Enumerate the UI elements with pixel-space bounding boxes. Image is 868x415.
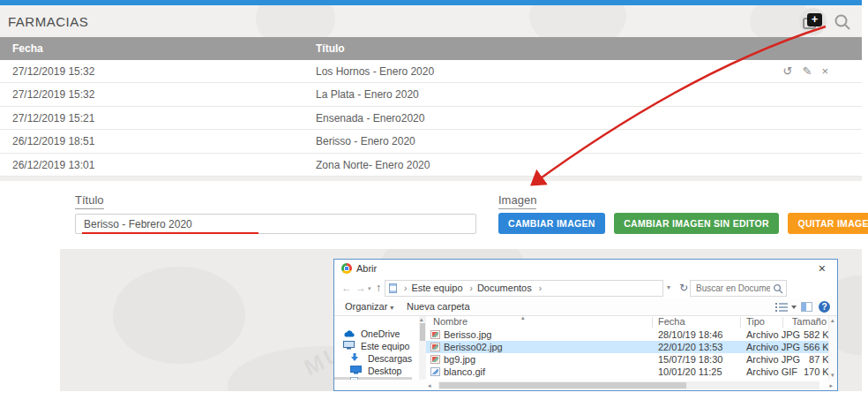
dialog-search-box[interactable] xyxy=(690,280,787,297)
row-titulo: La Plata - Enero 2020 xyxy=(316,83,419,106)
chrome-icon xyxy=(341,263,352,274)
jpg-file-icon xyxy=(430,343,440,351)
sidebar-item-descargas[interactable]: Descargas xyxy=(334,352,412,365)
breadcrumb-folder[interactable]: Documentos xyxy=(477,283,532,293)
dialog-body: OneDrive Este equipo Descargas Desktop D… xyxy=(334,316,837,391)
row-actions: ↺✎× xyxy=(774,60,828,83)
table-header: Fecha Título xyxy=(0,37,862,60)
column-header-titulo: Título xyxy=(316,37,345,60)
file-list-vertical-scrollbar[interactable]: ▴ ▾ xyxy=(828,316,838,380)
horizontal-scrollbar-row: ◂ ▸ xyxy=(334,380,838,391)
new-folder-button[interactable]: Nueva carpeta xyxy=(407,298,470,315)
forward-icon[interactable]: → xyxy=(355,282,366,294)
horizontal-scrollbar[interactable] xyxy=(438,381,819,389)
history-icon[interactable]: ↺ xyxy=(783,64,793,78)
help-icon[interactable]: ? xyxy=(819,301,830,313)
gif-file-icon xyxy=(430,367,440,376)
imagen-field-label: Imagen xyxy=(498,193,536,209)
dialog-title-bar[interactable]: Abrir × xyxy=(334,260,837,278)
titulo-field-label: Título xyxy=(75,193,104,209)
page-title: FARMACIAS xyxy=(8,14,88,29)
edit-form-card: Título Imagen CAMBIAR IMAGEN CAMBIAR IMA… xyxy=(60,181,862,245)
column-header-nombre[interactable]: Nombre xyxy=(433,316,468,327)
dialog-close-icon[interactable]: × xyxy=(819,261,826,275)
file-date: 10/01/20 11:25 xyxy=(658,366,722,378)
back-icon[interactable]: ← xyxy=(341,282,352,294)
file-row-selected[interactable]: Berisso02.jpg 22/01/20 13:53 Archivo JPG… xyxy=(426,341,834,353)
scrollbar-thumb[interactable] xyxy=(420,323,425,341)
file-size: 170 KB xyxy=(782,366,835,378)
file-row[interactable]: bg9.jpg 15/07/19 18:30 Archivo JPG 87 KB xyxy=(426,353,834,366)
scroll-up-icon[interactable]: ▴ xyxy=(420,316,423,323)
column-header-tamano[interactable]: Tamaño xyxy=(786,316,827,327)
sidebar-item-onedrive[interactable]: OneDrive xyxy=(334,328,412,340)
table-row[interactable]: 26/12/2019 18:51 Berisso - Enero 2020 xyxy=(0,130,862,153)
delete-icon[interactable]: × xyxy=(821,64,828,78)
table-row[interactable]: 27/12/2019 15:32 Los Hornos - Enero 2020… xyxy=(0,60,862,83)
dialog-toolbar: Organizar ▾ Nueva carpeta ? xyxy=(334,298,837,316)
view-options-icon[interactable] xyxy=(775,302,797,313)
scroll-up-icon[interactable]: ▴ xyxy=(831,317,834,324)
file-name: Berisso02.jpg xyxy=(444,341,503,353)
cambiar-imagen-sin-editor-button[interactable]: CAMBIAR IMAGEN SIN EDITOR xyxy=(614,213,779,234)
preview-pane-icon[interactable] xyxy=(801,302,812,312)
quitar-imagen-button[interactable]: QUITAR IMAGEN xyxy=(788,213,868,234)
sort-ascending-icon: ▴ xyxy=(521,314,525,321)
scroll-down-icon[interactable]: ▾ xyxy=(831,372,834,379)
search-icon[interactable] xyxy=(834,13,851,31)
chevron-right-icon: › xyxy=(404,283,407,293)
column-header-tipo[interactable]: Tipo xyxy=(746,316,765,327)
breadcrumb[interactable]: ›Este equipo ›Documentos › xyxy=(385,280,663,297)
table-row[interactable]: 27/12/2019 15:32 La Plata - Enero 2020 xyxy=(0,83,862,106)
row-fecha: 26/12/2019 13:01 xyxy=(12,154,94,177)
file-name: blanco.gif xyxy=(444,366,485,378)
edit-icon[interactable]: ✎ xyxy=(803,64,812,78)
row-titulo: Berisso - Enero 2020 xyxy=(316,130,415,153)
table-row[interactable]: 26/12/2019 13:01 Zona Norte- Enero 2020 xyxy=(0,154,862,177)
sidebar-scrollbar[interactable]: ▴ xyxy=(419,316,426,380)
scrollbar-thumb[interactable] xyxy=(439,382,686,389)
organize-button[interactable]: Organizar ▾ xyxy=(345,298,393,316)
file-date: 15/07/19 18:30 xyxy=(658,353,722,366)
history-dropdown-icon[interactable]: ▾ xyxy=(368,285,371,292)
computer-icon xyxy=(343,341,355,350)
onedrive-cloud-icon xyxy=(343,329,355,337)
row-fecha: 27/12/2019 15:32 xyxy=(12,83,94,106)
file-row[interactable]: Berisso.jpg 28/10/19 18:46 Archivo JPG 5… xyxy=(426,328,834,341)
row-fecha: 27/12/2019 15:32 xyxy=(12,60,94,83)
desktop-icon xyxy=(350,366,363,374)
dialog-search-input[interactable] xyxy=(694,282,772,295)
sidebar-item-label: Este equipo xyxy=(361,341,409,351)
sidebar-item-este-equipo[interactable]: Este equipo xyxy=(334,340,412,352)
chevron-down-icon: ▾ xyxy=(390,304,393,312)
chevron-right-icon: › xyxy=(539,283,542,293)
watermark-cloud-shape xyxy=(529,5,626,37)
spellcheck-underline xyxy=(82,232,258,234)
address-dropdown-icon[interactable]: ▾ xyxy=(667,283,670,291)
jpg-file-icon xyxy=(430,330,440,339)
watermark-cloud-shape xyxy=(113,267,245,364)
sidebar-item-desktop[interactable]: Desktop xyxy=(334,365,412,377)
file-list-column-headers: Nombre ▴ Fecha Tipo Tamaño xyxy=(426,316,838,328)
file-date: 22/01/20 13:53 xyxy=(658,341,722,353)
up-icon[interactable]: ↑ xyxy=(376,282,381,294)
cambiar-imagen-button[interactable]: CAMBIAR IMAGEN xyxy=(498,213,605,234)
file-name: bg9.jpg xyxy=(444,353,475,366)
scroll-right-icon[interactable]: ▸ xyxy=(829,382,833,389)
row-fecha: 26/12/2019 18:51 xyxy=(12,130,94,153)
file-row[interactable]: blanco.gif 10/01/20 11:25 Archivo GIF 17… xyxy=(426,366,834,378)
add-record-button[interactable]: + xyxy=(799,8,827,35)
dialog-title: Abrir xyxy=(356,263,377,274)
organize-label: Organizar xyxy=(345,301,387,312)
refresh-icon[interactable]: ↻ xyxy=(679,282,688,294)
column-header-fecha[interactable]: Fecha xyxy=(658,316,685,327)
file-size: 566 KB xyxy=(782,341,835,353)
scroll-left-icon[interactable]: ◂ xyxy=(428,382,431,389)
row-titulo: Los Hornos - Enero 2020 xyxy=(316,60,434,83)
file-date: 28/10/19 18:46 xyxy=(658,328,722,341)
breadcrumb-device[interactable]: Este equipo xyxy=(411,283,462,293)
titulo-input[interactable] xyxy=(75,214,476,234)
row-fecha: 27/12/2019 15:21 xyxy=(12,107,94,130)
row-titulo: Ensenada - Enero2020 xyxy=(316,107,424,130)
table-row[interactable]: 27/12/2019 15:21 Ensenada - Enero2020 xyxy=(0,107,862,130)
